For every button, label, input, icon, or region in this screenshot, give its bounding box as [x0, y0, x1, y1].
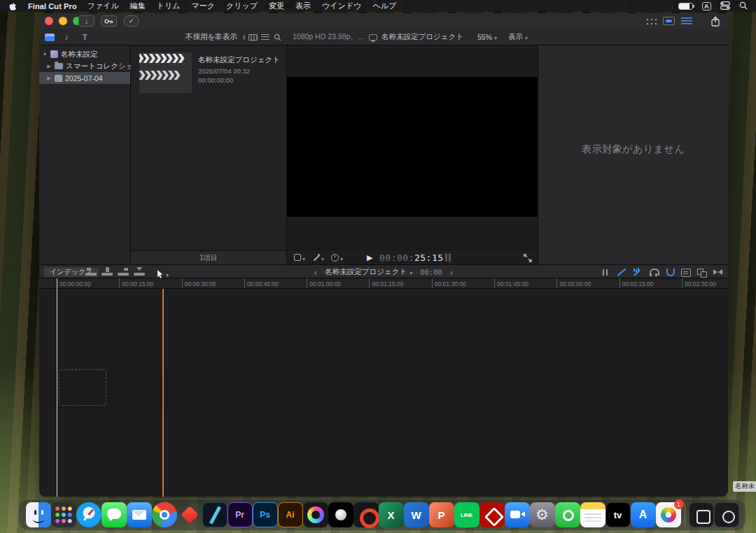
share-icon[interactable] — [708, 15, 722, 27]
dock-item-excel[interactable]: X — [379, 502, 404, 527]
import-media-button[interactable] — [78, 15, 94, 27]
previous-project-icon[interactable] — [314, 268, 317, 277]
menu-item[interactable]: クリップ — [226, 1, 258, 11]
dock-item-video-call-app[interactable] — [505, 502, 530, 527]
fullscreen-icon[interactable] — [524, 253, 532, 265]
dock-item-settings[interactable] — [530, 502, 555, 527]
connect-edit-icon[interactable] — [85, 267, 97, 276]
dock-item-acrobat[interactable] — [479, 502, 505, 527]
sidebar-item-event-date[interactable]: 2025-07-04 — [39, 72, 130, 84]
menu-item[interactable]: ウインドウ — [322, 1, 361, 11]
dock-item-launchpad[interactable] — [51, 502, 76, 527]
storage-status-icon[interactable] — [663, 17, 675, 25]
menu-item[interactable]: 編集 — [130, 1, 146, 11]
play-button[interactable] — [367, 250, 372, 265]
audio-meters-icon[interactable] — [445, 253, 451, 262]
browser-search-button[interactable] — [274, 29, 281, 45]
project-title[interactable]: 名称未設定プロジェクト — [198, 55, 282, 64]
titles-generators-sidebar-tab[interactable] — [83, 29, 88, 45]
retime-tools-dropdown[interactable] — [331, 251, 343, 264]
menu-item[interactable]: 表示 — [295, 1, 311, 11]
menu-item[interactable]: トリム — [157, 1, 181, 11]
menu-item[interactable]: マーク — [192, 1, 216, 11]
close-window-button[interactable] — [45, 17, 53, 25]
active-app-name[interactable]: Final Cut Pro — [28, 2, 77, 10]
trim-feedback-icon[interactable] — [599, 267, 611, 278]
snapping-toggle-icon[interactable] — [664, 267, 676, 278]
dock-item-mail[interactable] — [127, 502, 152, 527]
dock-item-word[interactable]: W — [404, 502, 429, 527]
timeline-project-dropdown[interactable]: 名称未設定プロジェクト — [325, 267, 412, 277]
clip-drop-placeholder[interactable] — [59, 369, 106, 406]
spotlight-search-icon[interactable] — [739, 1, 748, 11]
viewer-view-dropdown[interactable]: 表示 — [508, 29, 528, 45]
transitions-browser-icon[interactable] — [712, 267, 724, 278]
effects-browser-icon[interactable] — [696, 267, 708, 278]
media-sidebar-tab[interactable] — [45, 29, 55, 45]
video-canvas[interactable] — [287, 77, 538, 217]
dock-item-diamond-app[interactable] — [177, 502, 202, 527]
dock-item-premiere-pro[interactable]: Pr — [227, 502, 253, 527]
dock-item-notes[interactable] — [580, 502, 606, 527]
transform-tools-dropdown[interactable] — [294, 251, 305, 264]
disclosure-triangle-icon[interactable] — [46, 64, 52, 69]
dock-item-illustrator[interactable]: Ai — [278, 502, 303, 527]
list-view-button[interactable] — [261, 29, 270, 45]
filmstrip-view-button[interactable] — [248, 29, 258, 45]
sidebar-item-smart-collection[interactable]: スマートコレクション — [39, 60, 130, 72]
append-edit-icon[interactable] — [118, 267, 129, 276]
dock-item-safari[interactable] — [76, 502, 102, 527]
dock-item-apple-tv[interactable]: tv — [606, 502, 631, 527]
menu-item[interactable]: 変更 — [269, 1, 284, 11]
dock-item-line[interactable]: LINE — [454, 502, 479, 527]
apple-menu-icon[interactable] — [8, 1, 18, 11]
background-tasks-button[interactable] — [123, 15, 139, 27]
sidebar-item-library[interactable]: 名称未設定 — [39, 48, 130, 60]
dock-item-sphere-app[interactable] — [328, 502, 354, 527]
menu-item[interactable]: ファイル — [88, 1, 119, 11]
viewer-format-info[interactable]: 1080p HD 23.98p、… — [293, 29, 365, 45]
dock-item-affinity[interactable] — [202, 502, 227, 527]
photos-audio-sidebar-tab[interactable] — [64, 29, 69, 45]
dock-item-red-ring-app[interactable] — [354, 502, 379, 527]
dock-item-finder[interactable] — [26, 502, 51, 527]
dock-item-messages[interactable] — [102, 502, 127, 527]
control-center-icon[interactable] — [720, 1, 730, 11]
dock-item-powerpoint[interactable]: P — [429, 502, 454, 527]
insert-edit-icon[interactable] — [102, 267, 113, 276]
timecode-hours-minutes: 00:00: — [379, 253, 414, 263]
window-titlebar[interactable] — [39, 13, 728, 29]
browser-filter-dropdown[interactable]: 不採用を非表示 — [186, 29, 247, 45]
clip-appearance-icon[interactable] — [680, 267, 692, 278]
timeline-body[interactable] — [39, 289, 728, 497]
effects-tools-dropdown[interactable] — [312, 251, 324, 264]
overwrite-edit-icon[interactable] — [134, 267, 145, 276]
audio-skimming-toggle-icon[interactable] — [631, 267, 643, 278]
timeline-ruler[interactable]: 00:00:00:0000:00:15:0000:00:30:0000:00:4… — [39, 278, 728, 289]
dock-item-chrome[interactable] — [152, 502, 177, 527]
inspector-toggle-icon[interactable] — [681, 17, 692, 25]
playhead[interactable] — [57, 278, 57, 497]
skimming-toggle-icon[interactable] — [615, 267, 627, 278]
dock-item-dark-utility-app[interactable] — [689, 502, 714, 527]
dock-item-green-app[interactable] — [555, 502, 580, 527]
dock-item-dark-camera-app[interactable] — [714, 502, 739, 527]
viewer-zoom-dropdown[interactable]: 55% — [477, 29, 497, 45]
dock-item-app-store[interactable]: A — [631, 502, 656, 527]
battery-icon[interactable] — [678, 3, 693, 10]
disclosure-triangle-icon[interactable] — [42, 52, 48, 57]
next-project-icon[interactable] — [450, 268, 453, 277]
dock-item-photos[interactable]: 1 — [656, 502, 681, 527]
browser-layout-icon[interactable] — [645, 17, 657, 26]
input-source-indicator[interactable]: A — [702, 2, 712, 10]
viewer-project-selector[interactable]: 名称未設定プロジェクト — [369, 29, 463, 45]
menu-item[interactable]: ヘルプ — [372, 1, 396, 11]
minimize-window-button[interactable] — [59, 17, 67, 25]
project-thumbnail[interactable] — [139, 52, 192, 93]
dock-item-final-cut-pro[interactable] — [303, 502, 328, 527]
solo-toggle-icon[interactable] — [648, 267, 659, 278]
keyword-editor-button[interactable] — [101, 15, 117, 27]
disclosure-triangle-icon[interactable] — [46, 76, 52, 81]
dock-item-photoshop[interactable]: Ps — [253, 502, 278, 527]
dock-icon-glyph: A — [631, 502, 656, 527]
